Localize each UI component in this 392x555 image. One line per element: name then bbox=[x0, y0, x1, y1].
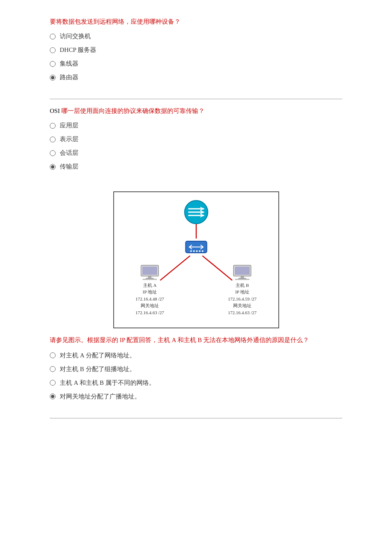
q2-suffix: 哪一层使用面向连接的协议来确保数据的可靠传输？ bbox=[60, 108, 205, 114]
pc-b: 主机 B IP 地址 172.16.4.59 /27 网关地址 172.16.4… bbox=[228, 264, 256, 316]
q3-radio-1[interactable] bbox=[50, 352, 56, 358]
q1-option-1[interactable]: 访问交换机 bbox=[50, 32, 342, 40]
q3-label-1: 对主机 A 分配了网络地址。 bbox=[60, 352, 136, 359]
q2-label-1: 应用层 bbox=[60, 122, 78, 130]
pc-b-gw: 172.16.4.63 /27 bbox=[228, 309, 256, 316]
q3-radio-4[interactable] bbox=[50, 394, 56, 399]
svg-rect-18 bbox=[143, 279, 157, 280]
q3-intro-ip: IP bbox=[118, 337, 127, 343]
q1-option-3[interactable]: 集线器 bbox=[50, 60, 342, 68]
q3-option-2[interactable]: 对主机 B 分配了组播地址。 bbox=[50, 365, 342, 373]
q1-label-3: 集线器 bbox=[60, 60, 78, 68]
divider-2 bbox=[50, 418, 342, 418]
q1-option-2[interactable]: DHCP 服务器 bbox=[50, 46, 342, 54]
q1-label-4: 路由器 bbox=[60, 73, 78, 81]
svg-point-9 bbox=[190, 250, 192, 252]
pc-b-gw-label: 网关地址 bbox=[228, 302, 256, 309]
q3-option-3[interactable]: 主机 A 和主机 B 属于不同的网络。 bbox=[50, 379, 342, 387]
pc-a-ip-label: IP 地址 bbox=[136, 289, 164, 296]
q3-label-3: 主机 A 和主机 B 属于不同的网络。 bbox=[60, 379, 155, 387]
network-diagram: 主机 A IP 地址 172.16.4.48 /27 网关地址 172.16.4… bbox=[113, 191, 279, 328]
q1-text: 要将数据包发送到远程网络，应使用哪种设备？ bbox=[50, 17, 342, 27]
svg-point-12 bbox=[199, 250, 200, 252]
svg-point-11 bbox=[196, 250, 197, 252]
q2-option-3[interactable]: 会话层 bbox=[50, 149, 342, 157]
q3-radio-3[interactable] bbox=[50, 380, 56, 386]
q1-radio-3[interactable] bbox=[50, 61, 56, 67]
q1-radio-4[interactable] bbox=[50, 75, 56, 81]
router-icon bbox=[184, 200, 209, 225]
pc-a: 主机 A IP 地址 172.16.4.48 /27 网关地址 172.16.4… bbox=[136, 264, 164, 316]
q3-option-4[interactable]: 对网关地址分配了广播地址。 bbox=[50, 393, 342, 401]
network-diagram-wrapper: 主机 A IP 地址 172.16.4.48 /27 网关地址 172.16.4… bbox=[50, 191, 342, 328]
pc-b-label: 主机 B bbox=[228, 282, 256, 289]
question-3: 对主机 A 分配了网络地址。 对主机 B 分配了组播地址。 主机 A 和主机 B… bbox=[50, 352, 342, 414]
pc-a-icon bbox=[139, 264, 160, 280]
divider-1 bbox=[50, 99, 342, 99]
svg-line-1 bbox=[160, 256, 190, 280]
q1-option-4[interactable]: 路由器 bbox=[50, 73, 342, 81]
pc-a-ip: 172.16.4.48 /27 bbox=[136, 296, 164, 303]
svg-rect-15 bbox=[142, 266, 157, 275]
q2-label-4: 传输层 bbox=[60, 163, 78, 171]
svg-point-10 bbox=[193, 250, 195, 252]
q2-radio-3[interactable] bbox=[50, 150, 56, 156]
q2-radio-1[interactable] bbox=[50, 123, 56, 129]
q1-radio-2[interactable] bbox=[50, 47, 56, 53]
pc-a-gw-label: 网关地址 bbox=[136, 302, 164, 309]
svg-rect-21 bbox=[241, 276, 243, 278]
q2-radio-4[interactable] bbox=[50, 164, 56, 170]
q3-intro-text1: 请参见图示。根据显示的 bbox=[50, 337, 118, 343]
q2-radio-2[interactable] bbox=[50, 137, 56, 142]
q3-radio-2[interactable] bbox=[50, 366, 56, 372]
q3-intro-rest: 配置回答，主机 A 和主机 B 无法在本地网络外通信的原因是什么？ bbox=[127, 337, 309, 343]
q1-label-1: 访问交换机 bbox=[60, 32, 91, 40]
question-1: 要将数据包发送到远程网络，应使用哪种设备？ 访问交换机 DHCP 服务器 集线器… bbox=[50, 17, 342, 95]
q1-radio-1[interactable] bbox=[50, 34, 56, 39]
q2-text: OSI 哪一层使用面向连接的协议来确保数据的可靠传输？ bbox=[50, 106, 342, 116]
q3-label-4: 对网关地址分配了广播地址。 bbox=[60, 393, 141, 401]
q2-label-3: 会话层 bbox=[60, 149, 78, 157]
q3-option-1[interactable]: 对主机 A 分配了网络地址。 bbox=[50, 352, 342, 359]
q2-option-4[interactable]: 传输层 bbox=[50, 163, 342, 171]
q2-option-1[interactable]: 应用层 bbox=[50, 122, 342, 130]
pc-b-icon bbox=[232, 264, 253, 280]
question-2: OSI 哪一层使用面向连接的协议来确保数据的可靠传输？ 应用层 表示层 会话层 … bbox=[50, 106, 342, 184]
q2-prefix: OSI bbox=[50, 108, 60, 114]
switch-icon bbox=[185, 238, 207, 257]
q2-option-2[interactable]: 表示层 bbox=[50, 135, 342, 143]
pc-b-ip: 172.16.4.59 /27 bbox=[228, 296, 256, 303]
svg-point-13 bbox=[202, 250, 203, 252]
pc-a-label: 主机 A bbox=[136, 282, 164, 289]
q1-label-2: DHCP 服务器 bbox=[60, 46, 96, 54]
q3-intro: 请参见图示。根据显示的 IP 配置回答，主机 A 和主机 B 无法在本地网络外通… bbox=[50, 335, 342, 346]
pc-b-ip-label: IP 地址 bbox=[228, 289, 256, 296]
svg-rect-20 bbox=[235, 266, 250, 275]
q2-label-2: 表示层 bbox=[60, 135, 78, 143]
q3-label-2: 对主机 B 分配了组播地址。 bbox=[60, 365, 136, 373]
svg-rect-23 bbox=[235, 279, 249, 280]
pc-a-gw: 172.16.4.63 /27 bbox=[136, 309, 164, 316]
svg-rect-16 bbox=[149, 276, 151, 278]
